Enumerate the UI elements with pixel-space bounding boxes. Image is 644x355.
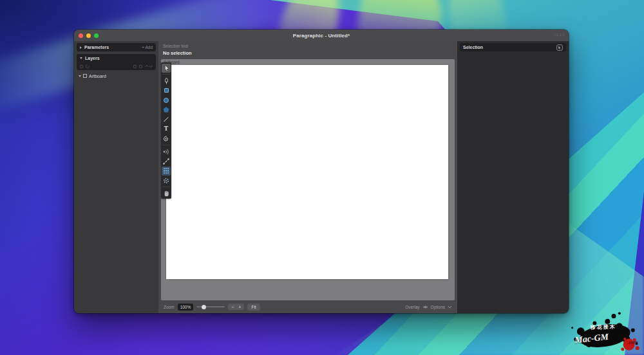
status-strip: Selection tool No selection [158,41,457,59]
app-version: v1.1.1 [554,33,565,37]
gear-tool-button[interactable] [162,176,171,185]
move-up-icon[interactable] [145,65,149,69]
layers-section-header[interactable]: Layers [77,54,156,62]
chain-tool-button[interactable] [162,157,171,166]
toolbar-divider [162,74,170,75]
chain-icon [162,158,170,165]
pen-icon [163,77,170,85]
fit-button[interactable]: Fit [247,304,260,311]
ellipse-tool-button[interactable] [162,96,171,105]
hand-tool-button[interactable] [162,189,171,198]
watermark-suffix-text: .com [627,340,638,345]
text-tool-button[interactable]: T [162,125,171,134]
chevron-right-icon [80,46,82,49]
chevron-down-icon [80,57,82,59]
parameters-section-header[interactable]: Parameters + Add [77,43,156,51]
zoom-value-field[interactable]: 100% [178,304,194,311]
text-icon: T [164,126,168,132]
toolbar-divider [162,145,170,145]
layers-label: Layers [85,56,100,60]
overlay-label[interactable]: Overlay [405,305,419,309]
eye-icon[interactable] [422,305,428,309]
delete-icon[interactable] [139,65,142,68]
right-sidebar: Selection [457,41,569,313]
selection-status: No selection [163,50,457,56]
pen-tool-button[interactable] [162,77,171,86]
polygon-tool-button[interactable] [162,105,171,114]
artboard-surface[interactable] [166,65,448,279]
center-area: Selection tool No selection Artboard [158,41,457,313]
app-window: Paragraphic - Untitled* v1.1.1 Parameter… [74,30,569,313]
rectangle-tool-button[interactable] [162,86,171,95]
zoom-window-button[interactable] [94,33,99,38]
close-button[interactable] [79,33,83,38]
left-sidebar: Parameters + Add Layers [74,41,158,313]
selection-panel-label: Selection [463,45,483,50]
minimize-button[interactable] [86,33,91,38]
watermark: 移花接木 Mac-GM .com [569,311,642,355]
layers-toolbar [77,62,156,70]
gear-icon [162,177,170,185]
active-tool-name: Selection tool [163,44,457,48]
hand-icon [163,190,170,197]
frame-icon[interactable] [80,65,83,68]
selection-tool-button[interactable] [162,64,171,73]
echo-icon [162,148,170,156]
traffic-lights [79,30,99,41]
zoom-slider-track[interactable] [196,306,225,307]
echo-tool-button[interactable] [162,147,171,156]
refresh-icon[interactable] [85,64,90,69]
zoom-slider-handle[interactable] [202,305,206,309]
zoom-stepper: − + [228,304,244,310]
zoom-out-button[interactable]: − [231,305,234,309]
zoom-slider[interactable] [196,304,225,310]
line-tool-button[interactable] [162,115,171,124]
chevron-down-icon[interactable] [448,305,452,309]
ellipse-icon [164,98,169,103]
artboard-icon [83,74,87,78]
layers-section: Layers [77,54,156,70]
line-icon [164,117,169,122]
zoom-in-button[interactable]: + [238,305,241,309]
bottom-bar: Zoom 100% − + Fit Overlay Options [158,300,457,313]
options-label[interactable]: Options [431,305,445,309]
spiral-tool-button[interactable] [162,134,171,143]
pointer-box-icon[interactable] [556,44,563,51]
grid-tool-button[interactable] [162,167,171,176]
window-title: Paragraphic - Untitled* [293,33,350,39]
layer-item-artboard[interactable]: Artboard [77,72,156,80]
cursor-icon [163,64,170,72]
add-parameter-button[interactable]: + Add [142,45,153,50]
chevron-down-icon [79,75,81,77]
rectangle-icon [164,88,169,93]
move-down-icon[interactable] [149,64,153,68]
spiral-icon [162,135,170,143]
tools-palette: T [161,62,171,199]
canvas-area[interactable]: Artboard [161,59,455,300]
zoom-label: Zoom [164,305,175,309]
grid-icon [164,168,169,174]
toolbar-divider [162,187,170,187]
polygon-icon [164,107,169,113]
selection-panel-header: Selection [460,43,566,51]
layer-label: Artboard [89,74,106,78]
titlebar[interactable]: Paragraphic - Untitled* v1.1.1 [74,30,569,41]
parameters-label: Parameters [84,45,109,50]
duplicate-icon[interactable] [133,65,137,68]
